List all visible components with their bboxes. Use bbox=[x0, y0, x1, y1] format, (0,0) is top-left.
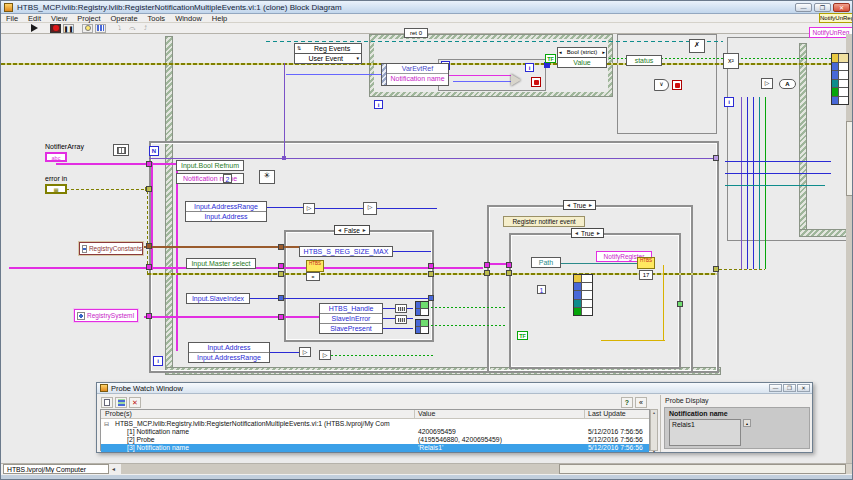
tunnel-error[interactable] bbox=[146, 186, 152, 192]
tunnel-string[interactable] bbox=[484, 262, 490, 268]
unbundle-input-bool-refnum[interactable]: Input.Bool Refnum bbox=[176, 160, 244, 171]
wire-event-name[interactable] bbox=[449, 75, 511, 76]
wire-registry-system-out[interactable] bbox=[144, 316, 321, 318]
vertical-scrollbar-thumb[interactable] bbox=[846, 121, 853, 196]
wire-error-exit[interactable] bbox=[719, 269, 765, 270]
probe-row[interactable]: [1] Notification name 4200695459 5/12/20… bbox=[101, 428, 649, 436]
tunnel-error[interactable] bbox=[506, 270, 512, 276]
wire-size-max[interactable] bbox=[391, 251, 431, 252]
bool-strict-event-node[interactable]: ◄ Bool (strict) ► Value bbox=[557, 47, 607, 68]
constant-2[interactable]: 2 bbox=[223, 174, 232, 183]
wire-address2[interactable] bbox=[270, 352, 299, 353]
unbundle-path[interactable]: Path bbox=[531, 257, 561, 268]
array-size-node[interactable] bbox=[113, 144, 129, 156]
tunnel-error[interactable] bbox=[428, 271, 434, 277]
notifier-array-terminal[interactable]: abc bbox=[45, 152, 67, 162]
restore-button[interactable]: ❐ bbox=[814, 3, 831, 12]
tunnel-numeric[interactable] bbox=[428, 295, 434, 301]
next-arrow[interactable]: ► bbox=[602, 48, 606, 57]
col-probes[interactable]: Probe(s) bbox=[105, 410, 132, 417]
coerce-node[interactable] bbox=[395, 315, 407, 324]
bundle-cluster-node[interactable] bbox=[831, 53, 849, 105]
prev-arrow[interactable]: ◄ bbox=[558, 48, 562, 57]
while-loop-count-terminal[interactable]: N bbox=[149, 146, 159, 156]
execution-target-selector[interactable]: HTBS.lvproj/My Computer bbox=[3, 464, 109, 474]
menu-help[interactable]: Help bbox=[207, 14, 232, 23]
comparison-node[interactable]: ▷ bbox=[319, 350, 331, 360]
tunnel-cluster[interactable] bbox=[146, 243, 152, 249]
tree-collapse-icon[interactable]: ⊟ bbox=[104, 420, 109, 428]
probe-window-titlebar[interactable]: Probe Watch Window — ❐ ✕ bbox=[97, 383, 812, 394]
wire-bool-out1[interactable] bbox=[431, 307, 507, 308]
unbundle-input-slave-index[interactable]: Input.SlaveIndex bbox=[186, 293, 250, 304]
step-into-button[interactable]: ⤵ bbox=[114, 24, 125, 33]
probe-table-scrollbar[interactable]: ▴ ▾ bbox=[650, 409, 658, 451]
column-divider[interactable] bbox=[414, 410, 415, 419]
tunnel-cluster[interactable] bbox=[278, 244, 284, 250]
column-divider[interactable] bbox=[584, 410, 585, 419]
abort-button[interactable] bbox=[50, 24, 61, 33]
register-notifier-event-comment[interactable]: Register notifier event bbox=[503, 216, 585, 227]
constant-1[interactable]: 1 bbox=[537, 285, 546, 294]
unbundle-input-master-select[interactable]: Input.Master select bbox=[186, 258, 256, 269]
not-gate-node[interactable]: ▷ bbox=[761, 78, 773, 89]
tf-constant[interactable]: TF bbox=[545, 54, 556, 63]
case-selector-true-inner[interactable]: ◄ True ► bbox=[571, 228, 604, 238]
wire-right-v2[interactable] bbox=[747, 97, 748, 269]
wire-error-in[interactable] bbox=[56, 189, 148, 190]
wire-cluster-feed[interactable] bbox=[176, 165, 178, 351]
wire-bool-compare[interactable] bbox=[331, 355, 433, 356]
help-button[interactable]: ? bbox=[621, 397, 633, 408]
probe-row-selected[interactable]: [3] Notification name 'Relais1' 5/12/201… bbox=[101, 444, 649, 452]
probe-row[interactable]: [2] Probe (4195546880, 4200695459) 5/12/… bbox=[101, 436, 649, 444]
scale-power-node[interactable]: x² bbox=[723, 53, 739, 69]
case-prev-arrow[interactable]: ◄ bbox=[337, 226, 342, 235]
col-last-update[interactable]: Last Update bbox=[588, 410, 626, 417]
tunnel-string[interactable] bbox=[146, 313, 152, 319]
menu-file[interactable]: File bbox=[1, 14, 23, 23]
horizontal-scrollbar-thumb[interactable] bbox=[559, 464, 846, 474]
menu-edit[interactable]: Edit bbox=[23, 14, 46, 23]
menu-view[interactable]: View bbox=[46, 14, 72, 23]
probe-restore-button[interactable]: ❐ bbox=[783, 384, 796, 392]
wire-increment-out[interactable] bbox=[315, 208, 363, 209]
collapse-panel-button[interactable]: « bbox=[635, 397, 647, 408]
wire-right-v1[interactable] bbox=[741, 97, 742, 269]
case-next-arrow[interactable]: ► bbox=[596, 229, 601, 238]
col-value[interactable]: Value bbox=[418, 410, 435, 417]
tunnel-error[interactable] bbox=[484, 270, 490, 276]
tunnel-bool[interactable] bbox=[677, 301, 683, 307]
wire-error-drop[interactable] bbox=[147, 190, 148, 274]
title-bar[interactable]: HTBS_MCP.lvlib:Registry.lvlib:RegisterNo… bbox=[1, 1, 853, 14]
notify-unreg-label-clipped[interactable]: NotifyUnReg bbox=[819, 13, 853, 23]
tunnel-string[interactable] bbox=[506, 262, 512, 268]
probe-minimize-button[interactable]: — bbox=[769, 384, 782, 392]
error-in-terminal[interactable]: ▦ bbox=[45, 184, 67, 194]
run-button[interactable] bbox=[29, 24, 40, 33]
wire-notifier-array-drop[interactable] bbox=[151, 165, 153, 268]
htbs-vi-icon[interactable]: HTBS bbox=[637, 257, 655, 269]
minimize-button[interactable]: — bbox=[795, 3, 812, 12]
far-right-case-structure[interactable] bbox=[727, 37, 847, 241]
menu-operate[interactable]: Operate bbox=[106, 14, 143, 23]
subvi-registry-system[interactable]: RegistrySystemI bbox=[74, 309, 138, 322]
tunnel-string[interactable] bbox=[278, 314, 284, 320]
dropdown-icon[interactable]: ▾ bbox=[356, 54, 359, 63]
case-prev-arrow[interactable]: ◄ bbox=[566, 201, 571, 210]
wire-user-event[interactable] bbox=[149, 158, 716, 159]
step-out-button[interactable]: ⤴ bbox=[140, 24, 151, 33]
wire-slave-present[interactable] bbox=[383, 328, 413, 329]
case-structure-true-inner[interactable] bbox=[509, 233, 681, 369]
loop-iteration-terminal[interactable]: i bbox=[374, 100, 383, 109]
bundle-node[interactable] bbox=[415, 301, 429, 316]
tunnel-numeric[interactable] bbox=[278, 295, 284, 301]
probe-close-button[interactable]: ✕ bbox=[797, 384, 810, 392]
probe-watch-window[interactable]: Probe Watch Window — ❐ ✕ ✕ ? « Probe(s) … bbox=[96, 382, 813, 453]
scroll-down-icon[interactable]: ▾ bbox=[651, 416, 657, 480]
wire-user-event-drop[interactable] bbox=[284, 63, 285, 159]
case-prev-arrow[interactable]: ◄ bbox=[574, 229, 579, 238]
close-button[interactable]: ✕ bbox=[833, 3, 850, 12]
htbs-vi-subicon[interactable]: = bbox=[306, 272, 320, 281]
stop-node[interactable] bbox=[672, 80, 682, 90]
wire-address-range[interactable] bbox=[267, 207, 303, 208]
